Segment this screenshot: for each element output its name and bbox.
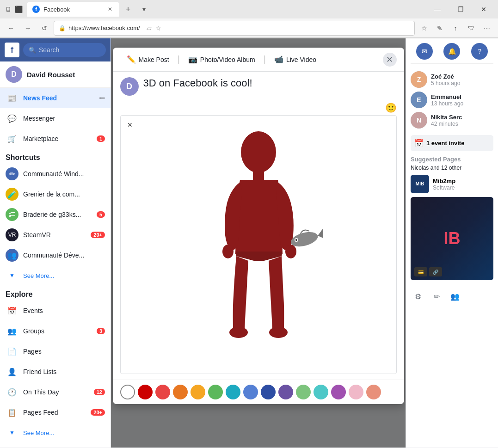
share-icon[interactable]: ↑ <box>448 21 463 36</box>
notifications-icon[interactable]: 🔔 <box>443 43 460 60</box>
svg-point-2 <box>222 245 234 258</box>
shield-icon[interactable]: 🛡 <box>464 21 479 36</box>
sidebar-item-events[interactable]: 📅 Events <box>0 301 111 321</box>
emmanuel-name: Emmanuel <box>431 93 463 100</box>
edit-icon[interactable]: ✏ <box>429 289 444 304</box>
sidebar-item-steamvr[interactable]: VR SteamVR 20+ <box>0 225 111 245</box>
tab-cast-icon[interactable]: ▱ <box>147 25 152 32</box>
svg-point-5 <box>269 327 288 338</box>
mib-page-row[interactable]: MIB Mib2mp Software <box>411 175 493 193</box>
color-swatch-pink[interactable] <box>349 385 363 399</box>
photo-icon: 📷 <box>188 55 197 64</box>
sidebar-item-braderie[interactable]: 🏷 Braderie de g33ks... 5 <box>0 204 111 225</box>
photo-video-label: Photo/Video Album <box>200 56 255 63</box>
forward-button[interactable]: → <box>20 21 35 36</box>
sidebar-item-marketplace[interactable]: 🛒 Marketplace 1 <box>0 129 111 149</box>
color-swatch-orange-red[interactable] <box>155 385 170 399</box>
sidebar-item-news-feed[interactable]: 📰 News Feed ••• <box>0 88 111 108</box>
sidebar-item-on-this-day[interactable]: 🕐 On This Day 12 <box>0 382 111 402</box>
grenier-icon: 🧪 <box>6 188 18 201</box>
new-tab-button[interactable]: + <box>121 2 135 16</box>
make-post-label: Make Post <box>139 56 169 63</box>
3d-remove-button[interactable]: ✕ <box>124 119 135 130</box>
color-swatch-light-green[interactable] <box>296 385 311 399</box>
contact-item-zoe[interactable]: Z Zoé Zoé 5 hours ago <box>411 69 493 90</box>
search-bar[interactable]: 🔍 Search <box>23 43 106 57</box>
suggested-pages-title: Suggested Pages <box>411 156 493 163</box>
tab-close-button[interactable]: ✕ <box>106 6 114 13</box>
news-feed-options[interactable]: ••• <box>99 95 105 101</box>
sidebar-item-communaute-wind[interactable]: ✏ Communauté Wind... <box>0 164 111 184</box>
back-button[interactable]: ← <box>4 21 18 36</box>
braderie-badge: 5 <box>97 211 105 218</box>
bookmark-icon[interactable]: ☆ <box>155 25 161 32</box>
post-text-input[interactable]: 3D on Facebook is cool! <box>143 77 397 96</box>
color-swatch-yellow[interactable] <box>191 385 205 399</box>
sidebar-item-friend-lists[interactable]: 👤 Friend Lists <box>0 362 111 382</box>
photo-video-tab[interactable]: 📷 Photo/Video Album <box>182 52 262 67</box>
more-icon[interactable]: ⋯ <box>480 21 494 36</box>
messenger-label: Messenger <box>23 115 55 122</box>
color-swatch-orange[interactable] <box>173 385 188 399</box>
contact-item-emmanuel[interactable]: E Emmanuel 13 hours ago <box>411 90 493 110</box>
system-icon[interactable]: 🖥 <box>4 5 13 14</box>
see-more-shortcuts[interactable]: ▼ See More... <box>0 265 111 286</box>
steamvr-badge: 20+ <box>91 232 105 238</box>
collections-icon[interactable]: ☆ <box>417 21 431 36</box>
emoji-picker[interactable]: 🙂 <box>120 100 397 115</box>
color-swatch-salmon[interactable] <box>366 385 381 399</box>
sidebar-item-messenger[interactable]: 💬 Messenger <box>0 108 111 129</box>
address-bar-icons: ▱ ☆ <box>147 25 161 32</box>
browser-tab[interactable]: f Facebook ✕ <box>27 2 119 17</box>
browser-titlebar: 🖥 ⬛ f Facebook ✕ + ▾ — ❐ ✕ <box>0 0 498 18</box>
see-more-explore[interactable]: ▼ See More... <box>0 423 111 443</box>
settings-icon[interactable]: ⚙ <box>411 289 425 304</box>
communaute-deve-icon: 👥 <box>6 249 18 262</box>
main-content: ✏️ Make Post | 📷 Photo/Video Album | 📹 L… <box>111 38 406 448</box>
mib-name: Mib2mp <box>433 178 455 184</box>
make-post-tab[interactable]: ✏️ Make Post <box>120 52 176 67</box>
sidebar-item-grenier[interactable]: 🧪 Grenier de la com... <box>0 184 111 204</box>
event-invite[interactable]: 📅 1 event invite <box>411 135 493 151</box>
close-window-button[interactable]: ✕ <box>473 2 494 17</box>
sidebar-item-pages-feed[interactable]: 📋 Pages Feed 20+ <box>0 402 111 423</box>
mib-desc: Software <box>433 184 455 191</box>
pages-feed-badge: 20+ <box>91 409 105 416</box>
favorites-icon[interactable]: ✎ <box>432 21 447 36</box>
color-swatch-blue[interactable] <box>243 385 258 399</box>
communaute-wind-label: Communauté Wind... <box>23 170 84 178</box>
live-video-tab[interactable]: 📹 Live Video <box>268 52 323 67</box>
color-swatch-green[interactable] <box>208 385 223 399</box>
color-swatch-purple[interactable] <box>278 385 293 399</box>
nikita-time: 42 minutes <box>431 121 462 127</box>
edit-icon: ✏️ <box>127 55 136 64</box>
color-swatch-teal[interactable] <box>226 385 240 399</box>
news-feed-label: News Feed <box>23 94 57 102</box>
color-swatch-red[interactable] <box>138 385 153 399</box>
sidebar-item-groups[interactable]: 👥 Groups 3 <box>0 321 111 341</box>
color-swatch-cyan[interactable] <box>314 385 328 399</box>
3d-figure <box>121 116 396 374</box>
color-swatch-violet[interactable] <box>331 385 346 399</box>
minimize-button[interactable]: — <box>427 2 448 17</box>
sidebar-user[interactable]: D David Rousset <box>0 61 111 88</box>
tab-list-button[interactable]: ▾ <box>137 2 151 16</box>
zoe-avatar: Z <box>411 71 427 88</box>
sidebar-item-communaute-deve[interactable]: 👥 Communauté Déve... <box>0 245 111 265</box>
window-restore-btn[interactable]: ⬛ <box>14 5 23 14</box>
refresh-button[interactable]: ↺ <box>37 21 52 36</box>
fb-logo[interactable]: f <box>5 43 19 57</box>
contact-item-nikita[interactable]: N Nikita Serc 42 minutes <box>411 110 493 130</box>
pages-label: Pages <box>23 348 42 355</box>
friends-icon[interactable]: 👥 <box>448 289 462 304</box>
news-feed-icon: 📰 <box>6 92 18 104</box>
help-icon[interactable]: ? <box>471 43 488 60</box>
restore-button[interactable]: ❐ <box>450 2 471 17</box>
sidebar-item-pages[interactable]: 📄 Pages <box>0 341 111 362</box>
address-bar[interactable]: 🔒 https://www.facebook.com/ ▱ ☆ <box>54 21 415 36</box>
messages-icon[interactable]: ✉ <box>416 43 433 60</box>
color-swatch-dark-blue[interactable] <box>261 385 276 399</box>
color-swatch-white[interactable] <box>120 385 135 399</box>
modal-close-button[interactable]: ✕ <box>383 53 397 67</box>
events-icon: 📅 <box>6 304 18 317</box>
